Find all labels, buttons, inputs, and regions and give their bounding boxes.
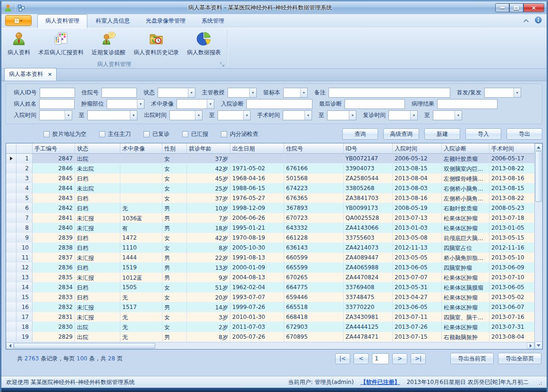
grid-cell[interactable]: 2013-01-05	[489, 223, 534, 233]
grid-cell[interactable]: 42岁	[187, 164, 230, 174]
table-row[interactable]: 42844未出院女25岁1988-06-15674223338052682013…	[6, 183, 534, 193]
grid-cell[interactable]: 未出院	[75, 164, 120, 174]
admission-time-to-combo[interactable]: ▾	[87, 110, 137, 120]
grid-cell[interactable]: 1036蓝	[120, 213, 162, 223]
grid-cell[interactable]: 男	[162, 332, 187, 342]
next-page-button[interactable]: >	[392, 353, 407, 364]
grid-cell[interactable]: 女	[162, 243, 187, 253]
grid-cell[interactable]: 男	[162, 263, 187, 273]
reported-checkbox[interactable]: 已汇报	[182, 130, 208, 138]
attending-professor-combo[interactable]: ▾	[228, 88, 257, 98]
ribbon-tab-department-staff-info[interactable]: 科室人员信息	[88, 15, 137, 28]
table-row[interactable]: 82840未汇报有男18岁1995-01-21643332ZA414306620…	[6, 223, 534, 233]
grid-cell[interactable]: 9岁	[187, 273, 230, 283]
grid-cell[interactable]: 2013-08-04	[489, 332, 534, 342]
grid-cell[interactable]: 有	[120, 223, 162, 233]
grid-cell[interactable]: 7岁	[187, 213, 230, 223]
grid-cell[interactable]: ZA4089447	[344, 253, 393, 263]
grid-cell[interactable]: 2843	[33, 193, 75, 203]
grid-cell[interactable]: 松果体区肿瘤	[442, 302, 489, 312]
last-page-button[interactable]: >|	[411, 353, 426, 364]
grid-cell[interactable]: 2006-05-17	[489, 154, 534, 164]
grid-cell[interactable]: 2012-11-16	[489, 243, 534, 253]
grid-cell[interactable]: 2839	[33, 233, 75, 243]
grid-cell[interactable]: 桥小脑角胆脂...	[442, 253, 489, 263]
grid-cell[interactable]: 2831	[33, 312, 75, 322]
grid-cell[interactable]: 1110	[120, 243, 162, 253]
grid-cell[interactable]: 2835	[33, 273, 75, 283]
grid-cell[interactable]: 松果体区肿瘤	[442, 322, 489, 332]
grid-cell[interactable]: 2005-10-30	[230, 243, 284, 253]
query-button[interactable]: 查询	[342, 128, 378, 140]
grid-cell[interactable]: 2013-06-05	[393, 263, 442, 273]
grid-cell[interactable]: 1444	[120, 253, 162, 263]
grid-cell[interactable]: 668418	[284, 312, 344, 322]
grid-cell[interactable]: 2013-01-03	[393, 223, 442, 233]
patient-data-report-button[interactable]: 病人数据报表	[184, 30, 224, 60]
grid-cell[interactable]: 无	[120, 203, 162, 213]
grid-cell[interactable]: 2010-01-30	[230, 312, 284, 322]
grid-cell[interactable]	[284, 154, 344, 164]
horizontal-scroll-thumb[interactable]	[14, 343, 155, 349]
grid-cell[interactable]: 2846	[33, 164, 75, 174]
patient-history-button[interactable]: 病人资料历史记录	[130, 30, 182, 60]
grid-cell[interactable]: 右侧桥小脑角...	[442, 183, 489, 193]
grid-cell[interactable]: 672903	[284, 322, 344, 332]
grid-cell[interactable]: 1991-08-13	[230, 253, 284, 263]
grid-cell[interactable]: 664775	[284, 283, 344, 292]
grid-cell[interactable]: 501568	[284, 174, 344, 183]
table-row[interactable]: 142834归档1505女51岁1962-02-0466477533769408…	[6, 283, 534, 292]
vertical-scroll-thumb[interactable]	[535, 151, 542, 202]
ribbon-tab-system-management[interactable]: 系统管理	[194, 15, 232, 28]
grid-cell[interactable]: 2013-05-31	[393, 283, 442, 292]
followup-time-to-combo[interactable]: ▾	[433, 110, 462, 120]
table-row[interactable]: 72841未汇报1036蓝男7岁2006-06-26670723QA002552…	[6, 213, 534, 223]
grid-cell[interactable]: 未汇报	[75, 273, 120, 283]
grid-cell[interactable]: 归档	[75, 243, 120, 253]
grid-cell[interactable]	[120, 154, 162, 164]
grid-cell[interactable]: 四脑室肿瘤	[442, 263, 489, 273]
grid-cell[interactable]: 2006-06-26	[230, 213, 284, 223]
grid-cell[interactable]: 33755603	[344, 233, 393, 243]
vertical-scroll-track[interactable]	[535, 202, 542, 342]
maximize-button[interactable]	[509, 3, 523, 12]
grid-cell[interactable]: 3岁	[187, 312, 230, 322]
import-button[interactable]: 导入	[465, 128, 501, 140]
grid-cell[interactable]: 2013-05-15	[489, 233, 534, 243]
grid-cell[interactable]	[230, 154, 284, 164]
grid-cell[interactable]: 2840	[33, 223, 75, 233]
grid-cell[interactable]: 1971-05-02	[230, 164, 284, 174]
column-header-id-no[interactable]: ID号	[344, 143, 393, 154]
grid-cell[interactable]: 2844	[33, 183, 75, 193]
grid-cell[interactable]: 1993-07-07	[230, 292, 284, 302]
column-header-visit-age[interactable]: 就诊年龄	[187, 143, 230, 154]
grid-cell[interactable]: 双侧脑室内巨...	[442, 164, 489, 174]
grid-cell[interactable]: 2008-05-19	[393, 203, 442, 213]
table-row[interactable]: 52843归档女37岁1976-05-27676365ZA38417032013…	[6, 193, 534, 203]
grid-cell[interactable]: 18岁	[187, 223, 230, 233]
table-row[interactable]: 122836归档1519男13岁2000-01-09665599ZA406598…	[6, 263, 534, 273]
grid-cell[interactable]: 2013-08-15	[489, 183, 534, 193]
remark-input[interactable]	[329, 88, 450, 98]
grid-cell[interactable]: 女	[162, 174, 187, 183]
grid-cell[interactable]: 2013-08-22	[489, 164, 534, 174]
grid-cell[interactable]: 33770220	[344, 302, 393, 312]
grid-cell[interactable]: 2013-06-05	[393, 302, 442, 312]
grid-cell[interactable]: 2013-07-16	[489, 312, 534, 322]
column-header-status[interactable]: 状态	[75, 143, 120, 154]
table-row[interactable]: 152833归档无女20岁1993-07-0765944633748475201…	[6, 292, 534, 302]
grid-cell[interactable]: 2847	[33, 154, 75, 164]
grid-cell[interactable]: 2013-08-03	[393, 183, 442, 193]
grid-cell[interactable]: 1505	[120, 283, 162, 292]
grid-cell[interactable]: 松果体区肿瘤	[442, 273, 489, 283]
minimize-button[interactable]	[495, 3, 509, 12]
table-row[interactable]: 102838归档1110女8岁2005-10-30636143ZA4214073…	[6, 243, 534, 253]
intraop-video-combo[interactable]: ▾	[177, 99, 214, 109]
layout-squares-icon[interactable]	[17, 4, 25, 12]
grid-cell[interactable]: 661228	[284, 233, 344, 243]
grid-cell[interactable]: 无	[120, 292, 162, 302]
grid-cell[interactable]: 归档	[75, 174, 120, 183]
software-registered-link[interactable]: 【软件已注册】	[360, 378, 400, 386]
grid-cell[interactable]: 未汇报	[75, 223, 120, 233]
first-page-button[interactable]: |<	[335, 353, 350, 364]
